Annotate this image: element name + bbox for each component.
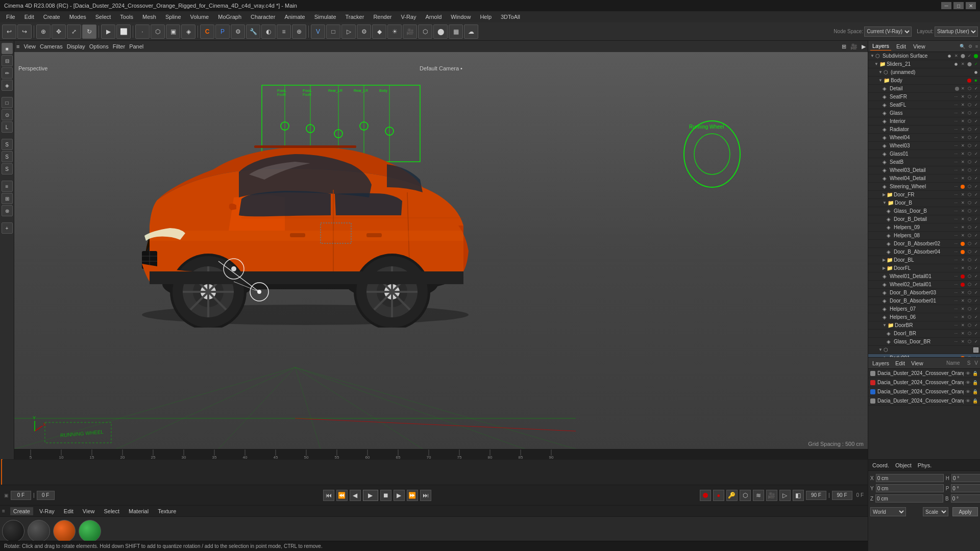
menu-select[interactable]: Select xyxy=(91,13,115,21)
scene-item-doorbr[interactable]: ▼📁DoorBR ···✕⬡✓ xyxy=(868,321,980,330)
tab-edit[interactable]: Edit xyxy=(894,42,908,51)
vray-obj[interactable]: ⬤ xyxy=(433,24,448,39)
scene-item-wheel03detail[interactable]: ◈Wheel03_Detail ···✕⬡✓ xyxy=(868,166,980,174)
redo-button[interactable]: ↪ xyxy=(17,24,32,39)
lower-item-helpers-freeze[interactable]: Dacia_Duster_2024_Crossover_Orange_Rigge… xyxy=(868,396,980,406)
pos-x-input[interactable] xyxy=(876,474,944,482)
timeline-ruler[interactable]: 5 10 15 20 25 30 35 40 45 50 55 60 65 xyxy=(0,449,868,460)
scene-item-radiator[interactable]: ◈Radiator ···✕⬡✓ xyxy=(868,126,980,134)
key-button[interactable]: 🔑 xyxy=(726,490,738,501)
scene-item-wheel04detail[interactable]: ◈Wheel04_Detail ···✕⬡✓ xyxy=(868,174,980,183)
coord-system-dropdown[interactable]: World Object Screen xyxy=(870,507,906,516)
menu-simulate[interactable]: Simulate xyxy=(310,13,340,21)
scene-item-subdivision[interactable]: ▼ ⬡ Subdivision Surface ✕ ⬤ ✓ xyxy=(868,52,980,60)
record-button[interactable] xyxy=(700,490,711,501)
rot-b-input[interactable] xyxy=(951,494,980,503)
scale-tool-button[interactable]: ⤢ xyxy=(67,24,81,39)
cam-button[interactable]: 🎥 xyxy=(766,490,777,501)
render-region-button[interactable]: ⬜ xyxy=(116,24,131,39)
vp-menu-options[interactable]: Options xyxy=(89,43,109,49)
lt-sculpt[interactable]: ◈ xyxy=(2,80,13,91)
timeline-content[interactable] xyxy=(0,460,868,485)
layer-lock-bones[interactable]: 🔒 xyxy=(972,380,978,385)
scene-item-glassdoorb[interactable]: ◈Glass_Door_B ···✕⬡✓ xyxy=(868,207,980,215)
scene-item-unnamed2[interactable]: ▼⬡ xyxy=(868,346,980,354)
tool6[interactable]: ≡ xyxy=(277,24,291,39)
bottom-tab-edit[interactable]: Edit xyxy=(61,507,77,515)
play-mode-button[interactable]: ▷ xyxy=(779,490,791,501)
start-frame-input[interactable] xyxy=(37,491,55,500)
lower-tab-edit[interactable]: Edit xyxy=(893,359,907,367)
vp-menu-filter[interactable]: Filter xyxy=(113,43,125,49)
menu-edit[interactable]: Edit xyxy=(20,13,38,21)
scene-search-icon[interactable]: 🔍 xyxy=(960,44,965,49)
scene-item-wheel01detail01[interactable]: ◈Wheel01_Detail01 ··· ⬡✓ xyxy=(868,272,980,281)
rotate-tool-button[interactable]: ↻ xyxy=(82,24,96,39)
layer-lock-helpers[interactable]: 🔒 xyxy=(972,389,978,394)
layer-vis-bones[interactable]: 👁 xyxy=(966,380,970,385)
vray-settings[interactable]: ⚙ xyxy=(357,24,371,39)
scene-item-sliders21[interactable]: ▼ 📁 Sliders_21 ✕ ⬤ ✓ xyxy=(868,60,980,68)
bottom-tab-vray[interactable]: V-Ray xyxy=(36,507,58,515)
vray-hdri[interactable]: ☁ xyxy=(464,24,478,39)
play-button[interactable]: ▶ xyxy=(363,490,378,501)
vray-mat[interactable]: ◆ xyxy=(372,24,386,39)
minimize-button[interactable]: ─ xyxy=(941,2,951,9)
scene-item-helpers06[interactable]: ◈Helpers_06 ···✕⬡✓ xyxy=(868,313,980,321)
lower-tab-view[interactable]: View xyxy=(909,359,925,367)
lt-s[interactable]: S xyxy=(2,139,13,150)
lt-texture[interactable]: ⊟ xyxy=(2,55,13,66)
vray-geo[interactable]: ⬡ xyxy=(418,24,432,39)
menu-tracker[interactable]: Tracker xyxy=(341,13,369,21)
lt-l[interactable]: L xyxy=(2,121,13,133)
lt-brushes[interactable]: ✏ xyxy=(2,67,13,79)
scene-item-helpers09[interactable]: ◈Helpers_09 ···✕⬡✓ xyxy=(868,223,980,232)
scene-item-interior[interactable]: ◈Interior ···✕⬡✓ xyxy=(868,117,980,126)
prev-key-button[interactable]: ⏪ xyxy=(336,490,348,501)
window-controls[interactable]: ─ □ ✕ xyxy=(941,2,976,9)
scene-item-seatb[interactable]: ◈SeatB ···✕⬡✓ xyxy=(868,158,980,166)
scene-item-glassdoorbr[interactable]: ◈Glass_Door_BR ···✕⬡✓ xyxy=(868,338,980,346)
tool4[interactable]: 🔧 xyxy=(246,24,260,39)
stop-button[interactable]: ⏹ xyxy=(380,490,391,501)
viewport[interactable]: ≡ View Cameras Display Options Filter Pa… xyxy=(14,41,868,449)
polygons-mode[interactable]: ▣ xyxy=(166,24,180,39)
scene-item-detail[interactable]: ◈ Detail ✕⬡✓ xyxy=(868,85,980,93)
menu-help[interactable]: Help xyxy=(476,13,496,21)
menu-vray[interactable]: V-Ray xyxy=(397,13,420,21)
prop-tab-coord[interactable]: Coord. xyxy=(870,461,891,469)
current-frame-input[interactable] xyxy=(11,491,31,500)
vray-render[interactable]: ▷ xyxy=(341,24,356,39)
lt-s6[interactable]: ⊗ xyxy=(2,205,13,216)
node-space-dropdown[interactable]: Current (V-Ray) xyxy=(864,27,912,37)
menu-tools[interactable]: Tools xyxy=(116,13,137,21)
lower-item-helpers[interactable]: Dacia_Duster_2024_Crossover_Orange_Rigge… xyxy=(868,387,980,396)
vp-render-icon[interactable]: ▶ xyxy=(862,43,866,50)
lower-item-bones[interactable]: Dacia_Duster_2024_Crossover_Orange_Rigge… xyxy=(868,378,980,387)
vp-menu-view2[interactable]: View xyxy=(23,43,36,49)
bottom-tab-view[interactable]: View xyxy=(80,507,98,515)
layer-lock-geometry[interactable]: 🔒 xyxy=(972,371,978,376)
end-frame-input[interactable] xyxy=(806,491,826,500)
scene-item-wheel04[interactable]: ◈Wheel04 ···✕⬡✓ xyxy=(868,134,980,142)
layer-vis-helpers[interactable]: 👁 xyxy=(966,389,970,394)
tool7[interactable]: ⊕ xyxy=(292,24,306,39)
object-mode[interactable]: ◈ xyxy=(181,24,195,39)
py-icon[interactable]: P xyxy=(215,24,230,39)
scene-item-unnamed[interactable]: ▼ ⬡ (unnamed) xyxy=(868,68,980,77)
layout-dropdown[interactable]: Startup (User) xyxy=(935,27,978,37)
edges-mode[interactable]: ⬡ xyxy=(151,24,165,39)
bottom-tab-create[interactable]: Create xyxy=(10,507,33,515)
lt-camera[interactable]: □ xyxy=(2,97,13,108)
lower-item-geometry[interactable]: Dacia_Duster_2024_Crossover_Orange_Rigge… xyxy=(868,369,980,378)
scene-item-doorabsorber04[interactable]: ◈Door_B_Absorber04 ··· ⬡✓ xyxy=(868,248,980,256)
scene-settings-icon[interactable]: ⚙ xyxy=(968,44,972,49)
vray-scene[interactable]: ▦ xyxy=(449,24,463,39)
lt-s4[interactable]: ≡ xyxy=(2,181,13,192)
scene-item-doorbdetail[interactable]: ◈Door_B_Detail ···✕⬡✓ xyxy=(868,215,980,223)
vray-icon[interactable]: V xyxy=(311,24,325,39)
scale-dropdown[interactable]: Scale xyxy=(923,507,948,516)
viewport-canvas[interactable]: Perspective Default Camera • FooL FooR F… xyxy=(14,52,868,449)
go-start-button[interactable]: ⏮ xyxy=(323,490,334,501)
menu-create[interactable]: Create xyxy=(39,13,64,21)
